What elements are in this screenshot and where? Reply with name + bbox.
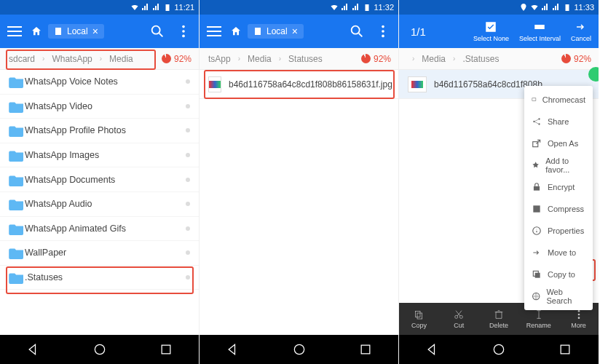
menu-properties[interactable]: Properties [524, 220, 593, 242]
folder-name: WhatsApp Profile Photos [25, 125, 126, 135]
options-dot[interactable] [186, 79, 190, 84]
check-icon [588, 67, 599, 82]
file-name: b46d116758a64c8cd1f808b86158631f.jpg [229, 79, 392, 90]
battery-icon [363, 3, 371, 12]
folder-row[interactable]: WhatsApp Audio [0, 192, 199, 217]
svg-rect-15 [535, 25, 545, 29]
folder-row[interactable]: WhatsApp Profile Photos [0, 119, 199, 143]
menu-icon[interactable] [207, 26, 221, 36]
svg-rect-16 [532, 98, 536, 101]
recents-icon[interactable] [159, 342, 173, 357]
wifi-icon [530, 3, 539, 12]
sd-icon [253, 27, 262, 36]
location-pill[interactable]: Local × [248, 24, 304, 39]
menu-encrypt[interactable]: Encrypt [524, 176, 593, 198]
folder-name: WallPaper [25, 248, 66, 258]
home-icon[interactable] [31, 25, 42, 37]
folder-row[interactable]: WhatsApp Documents [0, 167, 199, 192]
overflow-icon[interactable] [175, 23, 192, 39]
options-dot[interactable] [186, 202, 190, 206]
select-none-button[interactable]: Select None [473, 20, 509, 42]
recents-icon[interactable] [358, 342, 373, 357]
home-nav-icon[interactable] [492, 342, 506, 357]
folder-row[interactable]: WhatsApp Images [0, 143, 199, 168]
menu-compress[interactable]: Compress [524, 198, 593, 220]
svg-point-5 [95, 344, 104, 354]
svg-point-32 [577, 314, 580, 316]
svg-point-3 [182, 30, 185, 33]
delete-button[interactable]: Delete [479, 303, 519, 335]
home-nav-icon[interactable] [292, 342, 307, 357]
options-dot[interactable] [186, 250, 190, 255]
signal-icon [152, 3, 161, 12]
menu-open-as[interactable]: Open As [524, 132, 593, 154]
folder-row[interactable]: WhatsApp Video [0, 95, 199, 119]
folder-row[interactable]: .Statuses [0, 266, 199, 290]
menu-share[interactable]: Share [524, 111, 593, 132]
svg-rect-22 [533, 205, 540, 212]
storage-badge: 92% [162, 54, 192, 64]
android-status-bar: 11:21 [0, 0, 199, 15]
search-icon[interactable] [149, 23, 165, 39]
cut-button[interactable]: Cut [439, 303, 479, 335]
back-icon[interactable] [226, 342, 240, 357]
svg-point-11 [382, 35, 384, 38]
menu-copy-to[interactable]: Copy to [524, 264, 593, 285]
options-dot[interactable] [186, 178, 190, 182]
menu-chromecast[interactable]: Chromecast [524, 89, 593, 111]
folder-name: WhatsApp Video [25, 101, 92, 111]
options-dot[interactable] [186, 128, 190, 132]
close-icon[interactable]: × [92, 26, 98, 36]
file-row[interactable]: b46d116758a64c8cd1f808b86158631f.jpg [200, 70, 398, 99]
close-icon[interactable]: × [292, 26, 298, 36]
breadcrumb[interactable]: › Media› .Statuses 92% [399, 48, 599, 70]
cancel-button[interactable]: Cancel [571, 20, 591, 42]
folder-name: WhatsApp Animated Gifs [25, 223, 126, 234]
thumbnail [408, 76, 427, 92]
back-icon[interactable] [26, 342, 41, 357]
menu-icon[interactable] [7, 26, 22, 36]
context-menu: Chromecast Share Open As Add to favor...… [524, 86, 593, 310]
menu-web-search[interactable]: Web Search [524, 285, 593, 307]
svg-point-18 [538, 118, 540, 119]
android-navbar [399, 335, 599, 364]
svg-rect-28 [417, 313, 422, 319]
back-icon[interactable] [425, 342, 440, 357]
svg-point-12 [294, 344, 304, 354]
folder-icon [9, 246, 25, 259]
svg-rect-13 [361, 345, 370, 354]
wifi-icon [330, 3, 339, 12]
wifi-icon [130, 3, 139, 12]
app-toolbar: Local × [200, 15, 398, 48]
android-status-bar: 11:32 [200, 0, 398, 15]
copy-button[interactable]: Copy [399, 303, 439, 335]
options-dot[interactable] [186, 275, 190, 280]
options-dot[interactable] [186, 226, 190, 231]
pie-icon [361, 54, 371, 63]
menu-move-to[interactable]: Move to [524, 242, 593, 264]
folder-row[interactable]: WhatsApp Animated Gifs [0, 217, 199, 242]
recents-icon[interactable] [558, 342, 572, 357]
breadcrumb[interactable]: tsApp› Media› Statuses 92% [200, 48, 398, 70]
overflow-icon[interactable] [375, 23, 391, 39]
options-dot[interactable] [186, 153, 190, 157]
folder-row[interactable]: WallPaper [0, 241, 199, 266]
home-nav-icon[interactable] [92, 342, 107, 357]
search-icon[interactable] [349, 23, 365, 39]
svg-rect-25 [535, 273, 540, 278]
folder-icon [9, 173, 25, 186]
folder-name: WhatsApp Images [25, 150, 99, 160]
options-dot[interactable] [186, 104, 190, 108]
folder-name: WhatsApp Documents [25, 175, 115, 185]
location-pill[interactable]: Local × [48, 24, 104, 39]
folder-name: WhatsApp Voice Notes [25, 76, 118, 87]
home-icon[interactable] [230, 25, 242, 37]
menu-favorite[interactable]: Add to favor... [524, 154, 593, 176]
folder-icon [9, 100, 25, 113]
thumbnail [208, 76, 221, 92]
breadcrumb[interactable]: sdcard› WhatsApp› Media 92% [0, 48, 199, 70]
folder-row[interactable]: WhatsApp Voice Notes [0, 70, 199, 95]
clock: 11:33 [574, 3, 594, 12]
select-interval-button[interactable]: Select Interval [519, 20, 561, 42]
svg-point-33 [577, 317, 580, 319]
